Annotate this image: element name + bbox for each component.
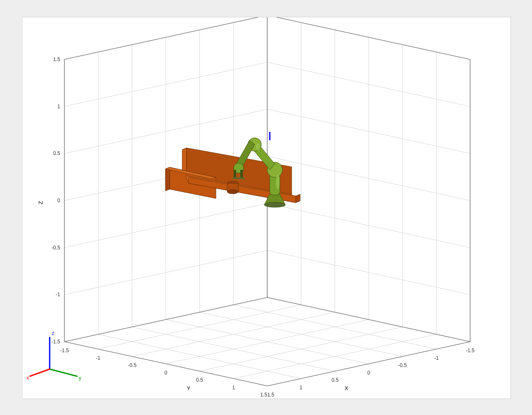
svg-text:1.51.5: 1.51.5 (260, 392, 274, 398)
svg-text:-0.5: -0.5 (128, 362, 137, 368)
triad-x-label: x (27, 375, 29, 381)
svg-text:-0.5: -0.5 (398, 362, 407, 368)
svg-text:1: 1 (232, 385, 235, 391)
svg-text:-1: -1 (56, 292, 60, 297)
svg-text:0.5: 0.5 (196, 377, 203, 383)
svg-point-74 (256, 143, 260, 151)
svg-rect-69 (234, 170, 236, 178)
x-axis-label: X (345, 385, 348, 391)
axes-3d[interactable]: -1.5 -1 -0.5 0 0.5 1 1.5 Z -1.5 -1 -0.5 … (22, 17, 511, 399)
svg-rect-71 (233, 177, 245, 179)
y-axis-label: Y (187, 385, 191, 391)
svg-point-60 (227, 190, 238, 194)
svg-text:-1: -1 (96, 355, 101, 361)
svg-marker-57 (296, 194, 300, 203)
svg-text:1: 1 (57, 104, 60, 110)
svg-text:1.5: 1.5 (53, 56, 60, 62)
svg-text:0.5: 0.5 (332, 377, 339, 383)
svg-point-62 (264, 202, 285, 207)
svg-text:0: 0 (57, 198, 60, 203)
triad-z-label: z (52, 330, 54, 336)
svg-text:-0.5: -0.5 (51, 245, 60, 251)
triad-y-label: y (79, 375, 81, 381)
svg-line-76 (50, 369, 77, 376)
z-tick-labels: -1.5 -1 -0.5 0 0.5 1 1.5 (51, 56, 60, 345)
svg-text:0: 0 (367, 370, 370, 376)
orientation-triad[interactable]: z y x (27, 325, 94, 384)
svg-text:-1.5: -1.5 (466, 348, 475, 353)
svg-rect-70 (240, 170, 243, 178)
svg-text:0: 0 (165, 370, 168, 376)
svg-text:-1: -1 (434, 355, 439, 361)
svg-text:0.5: 0.5 (53, 150, 60, 156)
z-axis-label: Z (37, 201, 44, 204)
svg-line-77 (30, 369, 50, 376)
svg-marker-53 (165, 167, 170, 191)
svg-text:1: 1 (300, 385, 303, 391)
svg-point-73 (276, 174, 279, 189)
figure-window: Plan 1: MaxConnectionDistance = 0.3 (22, 17, 511, 399)
